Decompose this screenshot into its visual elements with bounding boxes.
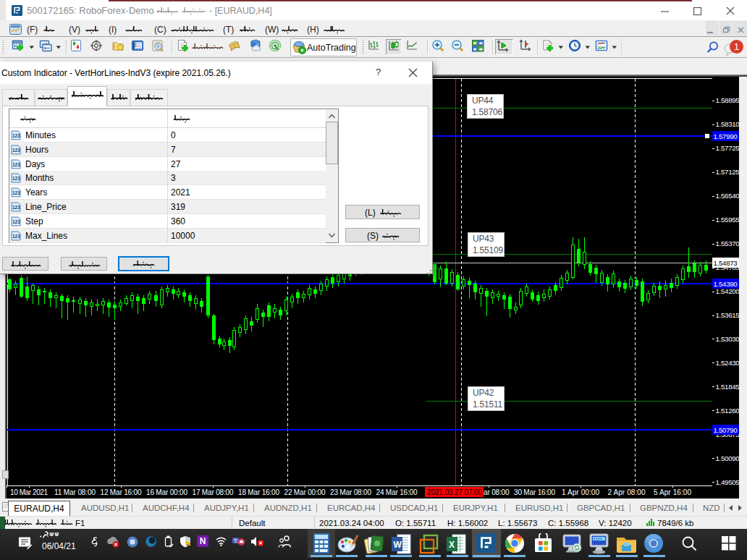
svg-text:1.57125: 1.57125	[716, 168, 740, 176]
svg-text:123: 123	[12, 219, 20, 224]
svg-text:10 Mar 2021: 10 Mar 2021	[10, 488, 48, 496]
svg-text:1.57725: 1.57725	[716, 144, 740, 152]
svg-text:1.57990: 1.57990	[714, 132, 738, 140]
svg-text:16 Mar 00:00: 16 Mar 00:00	[146, 488, 187, 496]
svg-text:123: 123	[12, 176, 20, 181]
svg-text:2 Apr 08:00: 2 Apr 08:00	[608, 488, 646, 496]
svg-text:123: 123	[12, 162, 20, 167]
svg-text:1.54873: 1.54873	[714, 259, 738, 267]
svg-text:X: X	[449, 540, 455, 550]
svg-text:1.51845: 1.51845	[716, 383, 740, 391]
svg-text:5 Apr 16:00: 5 Apr 16:00	[654, 488, 691, 496]
svg-text:1.51260: 1.51260	[716, 407, 740, 415]
svg-text:12 Mar 16:00: 12 Mar 16:00	[101, 488, 142, 496]
svg-text:11 Mar 08:00: 11 Mar 08:00	[54, 488, 96, 496]
svg-text:!: !	[187, 543, 189, 548]
svg-text:1.56540: 1.56540	[716, 192, 740, 200]
svg-text:1.58895: 1.58895	[716, 96, 740, 104]
svg-text:1.52430: 1.52430	[716, 359, 740, 367]
svg-text:1.50790: 1.50790	[714, 426, 738, 434]
svg-text:1.50090: 1.50090	[716, 454, 740, 462]
svg-text:1 Apr 00:00: 1 Apr 00:00	[562, 488, 599, 496]
svg-text:2021.03.27 07:00: 2021.03.27 07:00	[427, 488, 482, 496]
svg-text:17 Mar 08:00: 17 Mar 08:00	[193, 488, 234, 496]
svg-text:1.58310: 1.58310	[716, 120, 740, 128]
svg-text:123: 123	[12, 190, 20, 195]
svg-text:22 Mar 00:00: 22 Mar 00:00	[284, 488, 326, 496]
svg-text:123: 123	[12, 148, 20, 153]
svg-text:30 Mar 16:00: 30 Mar 16:00	[514, 488, 555, 496]
svg-text:1.55955: 1.55955	[716, 216, 740, 224]
svg-text:123: 123	[12, 205, 20, 210]
svg-text:18 Mar 16:00: 18 Mar 16:00	[238, 488, 279, 496]
svg-text:1.53615: 1.53615	[716, 311, 740, 319]
svg-text:123: 123	[12, 133, 20, 138]
svg-text:1.55370: 1.55370	[716, 239, 740, 247]
svg-text:23 Mar 08:00: 23 Mar 08:00	[330, 488, 371, 496]
svg-text:1.54390: 1.54390	[714, 280, 738, 288]
svg-text:123: 123	[12, 234, 20, 239]
svg-text:24 Mar 16:00: 24 Mar 16:00	[376, 488, 418, 496]
svg-text:W: W	[394, 540, 402, 550]
svg-text:1.53030: 1.53030	[716, 335, 740, 343]
